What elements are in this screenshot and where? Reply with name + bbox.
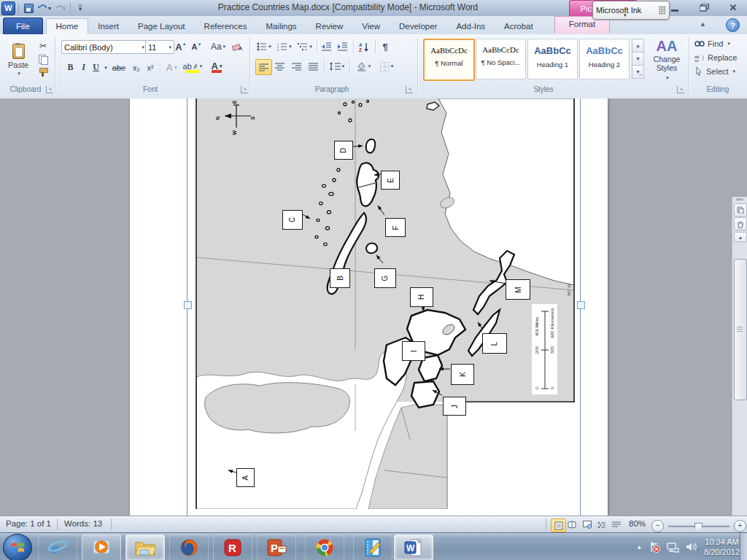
text-effects-button[interactable]: A▾ bbox=[163, 61, 179, 74]
copy-button[interactable] bbox=[35, 53, 51, 65]
zoom-slider[interactable] bbox=[668, 526, 729, 527]
change-case-button[interactable]: Aa▾ bbox=[209, 40, 228, 53]
taskbar-windows-explorer[interactable] bbox=[125, 534, 165, 560]
zoom-in-button[interactable]: + bbox=[734, 520, 746, 532]
tab-review[interactable]: Review bbox=[306, 19, 353, 34]
justify-button[interactable] bbox=[306, 59, 321, 74]
font-size-combobox[interactable]: 11▾ bbox=[145, 40, 174, 54]
zoom-slider-thumb[interactable] bbox=[694, 523, 703, 532]
tab-home[interactable]: Home bbox=[46, 18, 89, 34]
tray-clock[interactable]: 10:34 AM 8/20/2012 bbox=[704, 537, 740, 557]
style-heading-2[interactable]: AaBbCc Heading 2 bbox=[579, 39, 630, 79]
styles-gallery-more[interactable]: ▼̲ bbox=[632, 65, 644, 79]
replace-button[interactable]: abac Replace bbox=[694, 53, 737, 62]
zoom-level[interactable]: 80% bbox=[629, 519, 646, 528]
fullscreen-reading-view-button[interactable] bbox=[565, 518, 579, 531]
tab-file[interactable]: File bbox=[3, 18, 43, 34]
align-center-button[interactable] bbox=[272, 59, 287, 74]
tab-mailings[interactable]: Mailings bbox=[256, 19, 306, 34]
print-layout-view-button[interactable] bbox=[551, 518, 566, 532]
clear-formatting-button[interactable]: A bbox=[231, 40, 245, 53]
word-count[interactable]: Words: 13 bbox=[64, 519, 102, 528]
page-indicator[interactable]: Page: 1 of 1 bbox=[6, 519, 51, 528]
highlight-button[interactable]: ab▾ bbox=[182, 61, 203, 74]
action-center-flag-icon[interactable] bbox=[649, 541, 660, 553]
restore-button[interactable] bbox=[694, 3, 713, 12]
network-icon[interactable] bbox=[667, 542, 679, 553]
close-button[interactable]: ✕ bbox=[724, 3, 743, 12]
taskbar-word[interactable]: W bbox=[394, 534, 433, 560]
taskbar-firefox[interactable] bbox=[169, 534, 209, 560]
numbering-button[interactable]: 123▾ bbox=[276, 40, 293, 53]
split-handle[interactable] bbox=[736, 198, 743, 201]
clipboard-dialog-launcher[interactable]: ↘ bbox=[46, 86, 53, 93]
picture-resize-handle-right[interactable] bbox=[577, 301, 585, 309]
strikethrough-button[interactable]: abe bbox=[109, 61, 128, 74]
scrollbar-thumb[interactable] bbox=[734, 259, 747, 400]
tray-expand-icon[interactable]: ▲ bbox=[636, 544, 642, 551]
tab-references[interactable]: References bbox=[195, 19, 257, 34]
tab-developer[interactable]: Developer bbox=[390, 19, 446, 34]
vertical-scrollbar[interactable]: ▲ bbox=[732, 197, 747, 516]
tab-view[interactable]: View bbox=[352, 19, 390, 34]
increase-indent-button[interactable] bbox=[336, 40, 350, 53]
show-desktop-button[interactable] bbox=[740, 533, 747, 560]
drag-grip-icon[interactable] bbox=[659, 6, 666, 15]
superscript-button[interactable]: x² bbox=[144, 61, 157, 74]
underline-button[interactable]: U bbox=[90, 61, 101, 74]
tab-insert[interactable]: Insert bbox=[88, 19, 128, 34]
tab-acrobat[interactable]: Acrobat bbox=[495, 19, 543, 34]
collapse-ribbon-icon[interactable]: ▲ bbox=[700, 20, 706, 28]
tab-add-ins[interactable]: Add-Ins bbox=[446, 19, 495, 34]
taskbar-internet-explorer[interactable]: e bbox=[38, 534, 77, 560]
redo-button[interactable] bbox=[54, 2, 67, 14]
taskbar-journal-notes[interactable] bbox=[353, 534, 392, 560]
taskbar-powerpoint[interactable]: P bbox=[257, 534, 296, 560]
subscript-button[interactable]: x₂ bbox=[130, 61, 143, 74]
outline-view-button[interactable] bbox=[595, 518, 608, 531]
undo-button[interactable]: ▾ bbox=[38, 2, 51, 14]
styles-scroll-down[interactable]: ▼ bbox=[632, 52, 644, 66]
italic-button[interactable]: I bbox=[78, 61, 89, 74]
picture-resize-handle-left[interactable] bbox=[184, 301, 192, 309]
microsoft-ink-toolbar[interactable]: Microsoft Ink bbox=[592, 1, 670, 20]
save-button[interactable] bbox=[22, 2, 35, 14]
undo-dropdown[interactable]: ▾ bbox=[48, 5, 51, 12]
volume-icon[interactable] bbox=[686, 542, 697, 552]
word-app-icon[interactable]: W bbox=[1, 1, 15, 15]
bold-button[interactable]: B bbox=[64, 61, 77, 74]
change-styles-button[interactable]: AA Change Styles▾ bbox=[648, 38, 686, 83]
taskbar-media-player[interactable] bbox=[82, 534, 121, 560]
style-no-spacing[interactable]: AaBbCcDc ¶ No Spaci... bbox=[476, 39, 526, 79]
start-button[interactable] bbox=[3, 534, 32, 560]
map-picture[interactable]: N E S W 400 Miles 600 Kilometers 200 320… bbox=[196, 98, 575, 509]
font-color-button[interactable]: A▾ bbox=[207, 61, 226, 74]
format-painter-button[interactable] bbox=[35, 66, 51, 78]
document-canvas[interactable]: N E S W 400 Miles 600 Kilometers 200 320… bbox=[0, 98, 747, 516]
show-hide-marks-button[interactable]: ¶ bbox=[378, 40, 392, 53]
shading-button[interactable]: ▾ bbox=[353, 59, 374, 74]
sort-button[interactable]: AZ bbox=[356, 40, 372, 53]
styles-dialog-launcher[interactable]: ↘ bbox=[677, 86, 684, 93]
ruler-toggle-button[interactable] bbox=[734, 203, 747, 217]
bullets-button[interactable]: ▾ bbox=[255, 40, 273, 53]
draft-view-button[interactable] bbox=[609, 518, 623, 531]
grow-font-button[interactable]: A▲ bbox=[174, 40, 188, 53]
paste-button[interactable]: Paste ▾ bbox=[5, 39, 31, 81]
borders-button[interactable]: ▾ bbox=[376, 59, 397, 74]
multilevel-list-button[interactable]: ▾ bbox=[296, 40, 314, 53]
font-name-combobox[interactable]: Calibri (Body)▾ bbox=[61, 40, 147, 54]
taskbar-chrome[interactable] bbox=[305, 534, 344, 560]
cut-button[interactable]: ✂ bbox=[35, 40, 51, 52]
shrink-font-button[interactable]: A▼ bbox=[190, 40, 204, 53]
web-layout-view-button[interactable] bbox=[580, 518, 594, 531]
find-button[interactable]: Find▾ bbox=[694, 39, 730, 48]
tab-page-layout[interactable]: Page Layout bbox=[128, 19, 195, 34]
decrease-indent-button[interactable] bbox=[320, 40, 334, 53]
line-spacing-button[interactable]: ▾ bbox=[328, 59, 347, 74]
paragraph-dialog-launcher[interactable]: ↘ bbox=[406, 86, 413, 93]
style-normal[interactable]: AaBbCcDc ¶ Normal bbox=[423, 39, 475, 81]
pan-hand-button[interactable] bbox=[734, 217, 747, 230]
styles-scroll-up[interactable]: ▲ bbox=[632, 39, 644, 52]
underline-dropdown[interactable]: ▾ bbox=[103, 63, 109, 72]
